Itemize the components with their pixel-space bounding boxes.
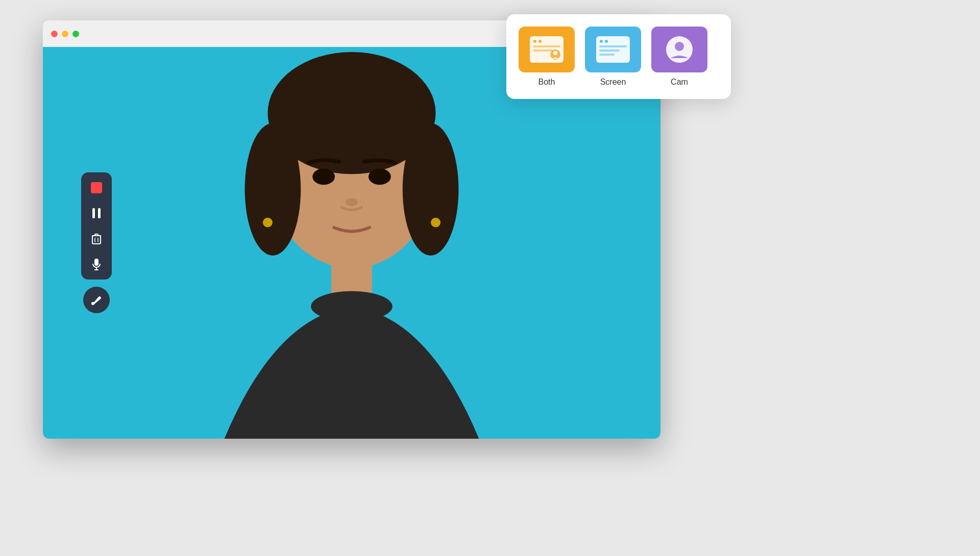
screen-label: Screen (600, 78, 626, 87)
mic-button[interactable] (85, 253, 108, 275)
svg-rect-25 (533, 49, 553, 52)
both-icon-box (519, 27, 575, 72)
person-silhouette (174, 47, 530, 439)
pause-button[interactable] (85, 202, 108, 224)
svg-point-3 (403, 123, 459, 256)
svg-point-22 (533, 40, 536, 43)
mic-icon (92, 258, 101, 270)
svg-rect-33 (599, 54, 615, 56)
svg-rect-17 (94, 259, 99, 266)
svg-point-5 (311, 291, 393, 322)
source-option-both[interactable]: Both (519, 27, 575, 87)
camera-view (43, 47, 660, 439)
source-popup: Both Screen (506, 14, 731, 99)
recording-toolbar (81, 172, 112, 313)
svg-point-10 (432, 218, 440, 226)
svg-rect-13 (92, 236, 101, 244)
svg-rect-11 (92, 208, 95, 218)
brush-icon (91, 294, 102, 306)
svg-point-8 (346, 198, 358, 206)
svg-rect-32 (599, 49, 620, 52)
svg-point-20 (91, 302, 94, 305)
cam-icon-svg (665, 35, 694, 64)
close-button[interactable] (51, 31, 58, 37)
screen-icon-box (585, 27, 641, 72)
svg-rect-12 (98, 208, 101, 218)
stop-button[interactable] (85, 176, 108, 199)
svg-point-7 (369, 168, 391, 185)
svg-point-6 (312, 168, 335, 185)
both-label: Both (538, 78, 555, 87)
both-icon (529, 35, 565, 64)
stop-icon (91, 182, 102, 193)
screen-icon (595, 35, 631, 64)
svg-point-9 (263, 218, 272, 226)
source-option-screen[interactable]: Screen (585, 27, 641, 87)
cam-icon-box (651, 27, 707, 72)
toolbar-group-main (81, 172, 112, 280)
source-option-cam[interactable]: Cam (651, 27, 707, 87)
svg-point-35 (675, 42, 684, 51)
svg-point-27 (553, 51, 557, 55)
trash-icon (92, 233, 101, 244)
pause-icon (92, 208, 101, 219)
draw-button[interactable] (83, 287, 110, 313)
maximize-button[interactable] (72, 31, 79, 37)
svg-rect-4 (331, 256, 372, 296)
person-image (43, 47, 660, 439)
minimize-button[interactable] (62, 31, 68, 37)
delete-button[interactable] (85, 228, 108, 250)
cam-label: Cam (671, 78, 688, 87)
svg-point-29 (600, 40, 603, 43)
svg-point-2 (245, 123, 301, 256)
svg-rect-31 (599, 45, 627, 47)
svg-point-23 (538, 40, 542, 43)
svg-rect-24 (533, 45, 560, 47)
svg-point-30 (605, 40, 608, 43)
